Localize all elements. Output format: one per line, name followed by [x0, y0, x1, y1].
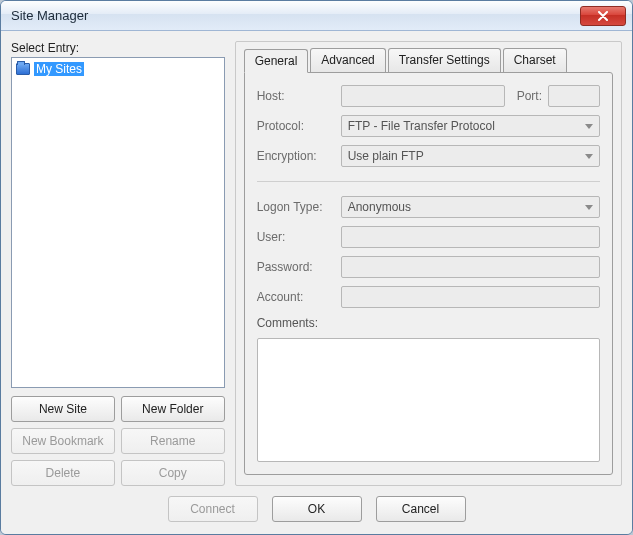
- rename-button[interactable]: Rename: [121, 428, 225, 454]
- cancel-button[interactable]: Cancel: [376, 496, 466, 522]
- row-user: User:: [257, 226, 600, 248]
- row-encryption: Encryption: Use plain FTP: [257, 145, 600, 167]
- right-panel: General Advanced Transfer Settings Chars…: [235, 41, 622, 486]
- new-bookmark-button[interactable]: New Bookmark: [11, 428, 115, 454]
- row-logon-type: Logon Type: Anonymous: [257, 196, 600, 218]
- row-host: Host: Port:: [257, 85, 600, 107]
- tab-body-general: Host: Port: Protocol: FTP - File Transfe…: [244, 72, 613, 475]
- main-row: Select Entry: My Sites New Site New Fold…: [11, 41, 622, 486]
- titlebar: Site Manager: [1, 1, 632, 31]
- tree-item-label: My Sites: [34, 62, 84, 76]
- user-input[interactable]: [341, 226, 600, 248]
- password-label: Password:: [257, 260, 335, 274]
- encryption-combo[interactable]: Use plain FTP: [341, 145, 600, 167]
- protocol-label: Protocol:: [257, 119, 335, 133]
- port-label: Port:: [517, 89, 542, 103]
- encryption-label: Encryption:: [257, 149, 335, 163]
- window-title: Site Manager: [11, 8, 580, 23]
- footer-buttons: Connect OK Cancel: [11, 496, 622, 526]
- tab-charset[interactable]: Charset: [503, 48, 567, 72]
- new-site-button[interactable]: New Site: [11, 396, 115, 422]
- copy-button[interactable]: Copy: [121, 460, 225, 486]
- user-label: User:: [257, 230, 335, 244]
- chevron-down-icon: [585, 205, 593, 210]
- client-area: Select Entry: My Sites New Site New Fold…: [1, 31, 632, 534]
- encryption-value: Use plain FTP: [348, 149, 424, 163]
- tab-transfer-settings[interactable]: Transfer Settings: [388, 48, 501, 72]
- tab-general[interactable]: General: [244, 49, 309, 73]
- protocol-value: FTP - File Transfer Protocol: [348, 119, 495, 133]
- ok-button[interactable]: OK: [272, 496, 362, 522]
- row-protocol: Protocol: FTP - File Transfer Protocol: [257, 115, 600, 137]
- tree-item-my-sites[interactable]: My Sites: [14, 60, 222, 78]
- row-account: Account:: [257, 286, 600, 308]
- logon-type-label: Logon Type:: [257, 200, 335, 214]
- connect-button[interactable]: Connect: [168, 496, 258, 522]
- divider: [257, 181, 600, 182]
- account-label: Account:: [257, 290, 335, 304]
- close-icon: [598, 11, 608, 21]
- port-input[interactable]: [548, 85, 600, 107]
- close-button[interactable]: [580, 6, 626, 26]
- comments-textarea[interactable]: [257, 338, 600, 462]
- tab-strip: General Advanced Transfer Settings Chars…: [244, 48, 613, 72]
- delete-button[interactable]: Delete: [11, 460, 115, 486]
- chevron-down-icon: [585, 124, 593, 129]
- site-tree[interactable]: My Sites: [11, 57, 225, 388]
- host-input[interactable]: [341, 85, 505, 107]
- site-manager-window: Site Manager Select Entry: My Sites New …: [0, 0, 633, 535]
- host-label: Host:: [257, 89, 335, 103]
- logon-type-combo[interactable]: Anonymous: [341, 196, 600, 218]
- chevron-down-icon: [585, 154, 593, 159]
- left-button-grid: New Site New Folder New Bookmark Rename …: [11, 396, 225, 486]
- left-panel: Select Entry: My Sites New Site New Fold…: [11, 41, 225, 486]
- password-input[interactable]: [341, 256, 600, 278]
- logon-type-value: Anonymous: [348, 200, 411, 214]
- row-password: Password:: [257, 256, 600, 278]
- protocol-combo[interactable]: FTP - File Transfer Protocol: [341, 115, 600, 137]
- folder-icon: [16, 63, 30, 75]
- comments-label: Comments:: [257, 316, 600, 330]
- account-input[interactable]: [341, 286, 600, 308]
- tab-advanced[interactable]: Advanced: [310, 48, 385, 72]
- new-folder-button[interactable]: New Folder: [121, 396, 225, 422]
- select-entry-label: Select Entry:: [11, 41, 225, 55]
